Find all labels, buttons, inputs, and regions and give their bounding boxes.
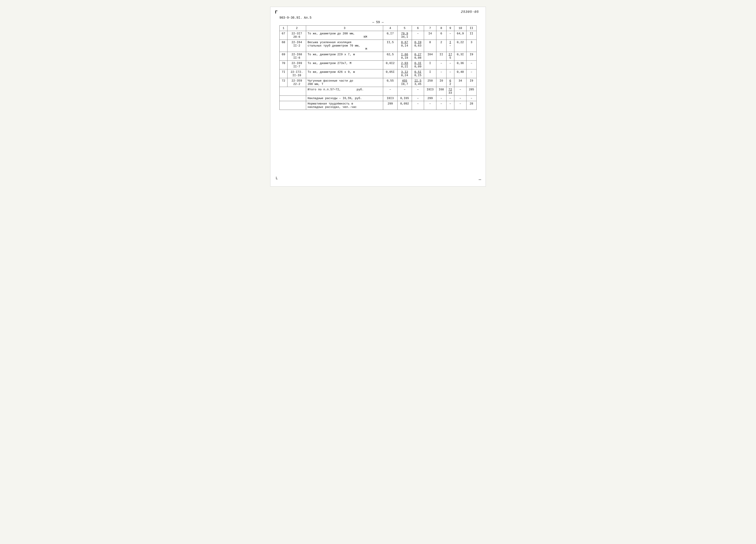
col5-val: 0,092 (397, 101, 412, 110)
col6-val: 0,5I0,I5 (412, 69, 424, 78)
col9-val: – (446, 96, 454, 101)
doc-ref: 25305-05 (461, 10, 479, 14)
col6-val: – (412, 87, 424, 96)
table-row: 7I 22-I72.II-I0 То же, диаметром 426 х 9… (280, 69, 477, 78)
col4-val: 299 (383, 101, 397, 110)
col-header-5: 5 (397, 26, 412, 31)
col6-val: II,53,45 (412, 78, 424, 87)
summary-row: Накладные расходы – I6,5%, руб. I8I3 0,I… (280, 96, 477, 101)
col6-val: – (412, 101, 424, 110)
col4-val: 0,55 (383, 78, 397, 87)
col7-val: 299 (424, 96, 436, 101)
col4-val: I8I3 (383, 96, 397, 101)
col7-val: 250 (424, 78, 436, 87)
col6-val: 0,I00,63 (412, 40, 424, 52)
col8-val: – (436, 61, 446, 69)
row-desc: То же, диаметром до 200 мм, КМ (306, 31, 383, 40)
col7-val: – (424, 101, 436, 110)
col-header-2: 2 (287, 26, 306, 31)
col10-val: – (454, 96, 466, 101)
col11-val: I9 (466, 52, 477, 61)
col11-val: – (466, 69, 477, 78)
table-row: 67 22-3I720-6 То же, диаметром до 200 мм… (280, 31, 477, 40)
col10-val: 0,22 (454, 40, 466, 52)
summary-empty (280, 101, 306, 110)
summary-desc: Нормативная трудоёмкость внакладных расх… (306, 101, 383, 110)
col5-val: 0,670,I4 (397, 40, 412, 52)
col10-val: 34 (454, 78, 466, 87)
col10-val: 0,36 (454, 61, 466, 69)
col6-val: 0,270,08 (412, 52, 424, 61)
row-num: 68 (280, 40, 287, 52)
col11-val: 3 (466, 40, 477, 52)
col-header-3: 3 (306, 26, 383, 31)
row-desc: Чугунные фасонные части до200 мм, Т (306, 78, 383, 87)
col-header-8: 8 (436, 26, 446, 31)
row-num: 69 (280, 52, 287, 61)
row-num: 70 (280, 61, 287, 69)
col5-val: 455I8,7 (397, 78, 412, 87)
bottom-right-dash: — (479, 177, 481, 182)
col6-val: – (412, 31, 424, 40)
summary-desc: Итого по п.п.57÷72, руб. (306, 87, 383, 96)
row-desc: То же, диаметром 273х7, М (306, 61, 383, 69)
page-number: — 59 — (279, 20, 477, 24)
col7-val: I (424, 69, 436, 78)
col8-val: – (436, 101, 446, 110)
col9-val: I75 (446, 52, 454, 61)
col-header-1: 1 (280, 26, 287, 31)
table-row: 68 22-I64II-2 Весьма усиленная изоляцияс… (280, 40, 477, 52)
col11-val: – (466, 96, 477, 101)
col8-val: – (436, 96, 446, 101)
col9-val: I– (446, 40, 454, 52)
summary-empty (280, 87, 306, 96)
col8-val: I0 (436, 78, 446, 87)
col7-val: I (424, 61, 436, 69)
col4-val: 0,05I (383, 69, 397, 78)
col-header-4: 4 (383, 26, 397, 31)
row-code: 22-3I720-6 (287, 31, 306, 40)
col4-val: 62,5 (383, 52, 397, 61)
col4-val: – (383, 87, 397, 96)
col5-val: I,660,I8 (397, 52, 412, 61)
doc-title: 903-9-36.9I. Ал.5 (279, 16, 477, 20)
col-header-9: 9 (446, 26, 454, 31)
col11-val: 285 (466, 87, 477, 96)
col10-val: 0,3I (454, 52, 466, 61)
col5-val: 79,934,I (397, 31, 412, 40)
row-code: 22-I64II-2 (287, 40, 306, 52)
row-num: 72 (280, 78, 287, 87)
col9-val: – (446, 69, 454, 78)
summary-desc: Накладные расходы – I6,5%, руб. (306, 96, 383, 101)
col7-val: I4 (424, 31, 436, 40)
summary-empty (280, 96, 306, 101)
page-container: Г 25305-05 903-9-36.9I. Ал.5 — 59 — 1 2 … (270, 7, 486, 186)
col8-val: – (436, 69, 446, 78)
col-header-11: II (466, 26, 477, 31)
col9-val: – (446, 101, 454, 110)
col10-val: – (454, 87, 466, 96)
col7-val: 8 (424, 40, 436, 52)
col7-val: I04 (424, 52, 436, 61)
col9-val: 62 (446, 78, 454, 87)
table-row: 70 22-I69II-7 То же, диаметром 273х7, М … (280, 61, 477, 69)
col6-val: – (412, 96, 424, 101)
col9-val: – (446, 61, 454, 69)
table-row: 69 22-I68II-6 То же, диаметром 2I9 х 7, … (280, 52, 477, 61)
summary-row: Итого по п.п.57÷72, руб. – – – I8I3 I68 … (280, 87, 477, 96)
row-code: 22-I72.II-I0 (287, 69, 306, 78)
col-header-6: 6 (412, 26, 424, 31)
row-num: 67 (280, 31, 287, 40)
col-header-10: 10 (454, 26, 466, 31)
col4-val: 0,I7 (383, 31, 397, 40)
col5-val: 0,I65 (397, 96, 412, 101)
col6-val: 0,3I0,09 (412, 61, 424, 69)
summary-row: Нормативная трудоёмкость внакладных расх… (280, 101, 477, 110)
col8-val: II (436, 52, 446, 61)
col-header-7: 7 (424, 26, 436, 31)
col10-val: – (454, 101, 466, 110)
row-desc: То же, диаметром 426 х 9, м (306, 69, 383, 78)
col9-val: – (446, 31, 454, 40)
row-code: 22-35922-2 (287, 78, 306, 87)
row-code: 22-I69II-7 (287, 61, 306, 69)
